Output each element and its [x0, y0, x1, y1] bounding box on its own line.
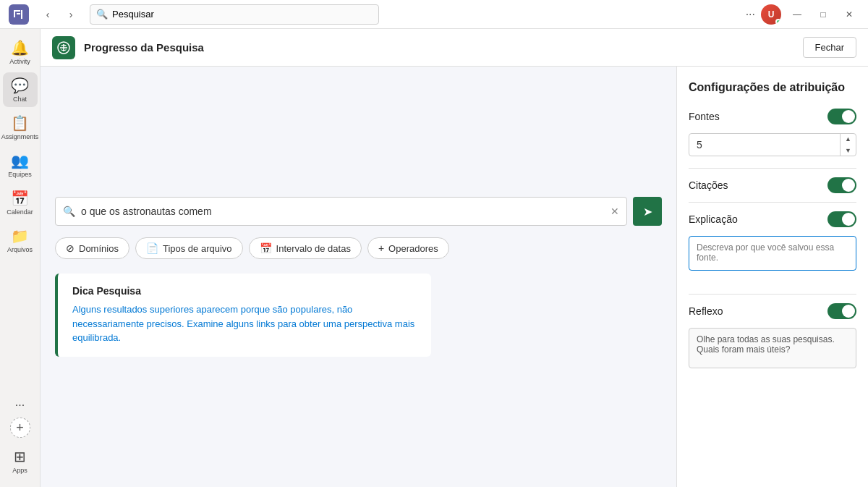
search-icon: 🔍	[96, 9, 108, 20]
titlebar-right: ··· U — □ ✕	[746, 4, 859, 25]
app-logo	[9, 4, 29, 25]
search-area: 🔍 ✕ ➤ ⊘ Domínios 📄 Tipos de arquivo	[41, 67, 676, 487]
sidebar-more-button[interactable]: ···	[15, 399, 25, 412]
sidebar-item-chat[interactable]: 💬 Chat	[3, 72, 38, 107]
status-dot	[775, 19, 781, 25]
search-box[interactable]: 🔍 ✕	[55, 197, 627, 226]
close-button[interactable]: ✕	[839, 4, 859, 25]
chat-icon: 💬	[11, 77, 29, 94]
filter-operadores[interactable]: + Operadores	[367, 237, 449, 259]
search-submit-button[interactable]: ➤	[633, 197, 662, 226]
tip-title: Dica Pesquisa	[72, 285, 417, 297]
filter-dominios[interactable]: ⊘ Domínios	[55, 237, 129, 259]
sources-count-input[interactable]	[689, 139, 840, 151]
avatar[interactable]: U	[761, 4, 781, 25]
titlebar: ‹ › 🔍 ··· U — □ ✕	[0, 0, 868, 29]
explicacao-row: Explicação	[689, 211, 856, 227]
sources-arrows: ▲ ▼	[840, 133, 856, 156]
reflexo-toggle[interactable]	[827, 303, 856, 319]
sidebar: 🔔 Activity 💬 Chat 📋 Assignments 👥 Equipe…	[0, 29, 41, 487]
divider-1	[689, 168, 856, 169]
description-textarea[interactable]	[689, 236, 856, 271]
sidebar-item-activity[interactable]: 🔔 Activity	[3, 35, 38, 69]
teams-icon: 👥	[11, 152, 29, 169]
sidebar-item-apps[interactable]: ⊞ Apps	[3, 444, 38, 478]
reflexo-label: Reflexo	[689, 305, 723, 317]
citacoes-toggle[interactable]	[827, 177, 856, 193]
search-box-icon: 🔍	[63, 206, 75, 217]
tip-card: Dica Pesquisa Alguns resultados superior…	[55, 274, 431, 357]
more-options-button[interactable]: ···	[746, 8, 755, 21]
pesquisa-logo	[52, 36, 75, 59]
panel-title: Configurações de atribuição	[689, 81, 856, 94]
operators-icon: +	[378, 242, 384, 254]
global-search-box[interactable]: 🔍	[90, 4, 379, 25]
sidebar-item-teams[interactable]: 👥 Equipes	[3, 148, 38, 182]
sources-input-wrap: ▲ ▼	[689, 133, 856, 156]
fontes-toggle[interactable]	[827, 109, 856, 124]
explicacao-toggle[interactable]	[827, 211, 856, 227]
filter-row: ⊘ Domínios 📄 Tipos de arquivo 📅 Interval…	[55, 237, 662, 259]
search-wrapper: 🔍 ✕ ➤	[55, 197, 662, 226]
assignments-icon: 📋	[11, 114, 29, 132]
nav-arrows: ‹ ›	[38, 4, 81, 25]
filter-intervalo-datas[interactable]: 📅 Intervalo de datas	[249, 237, 362, 259]
activity-icon: 🔔	[11, 39, 29, 56]
back-button[interactable]: ‹	[38, 4, 58, 25]
content-area: Progresso da Pesquisa Fechar 🔍 ✕ ➤ ⊘	[41, 29, 868, 487]
search-input[interactable]	[81, 206, 610, 217]
divider-3	[689, 294, 856, 295]
maximize-button[interactable]: □	[813, 4, 833, 25]
file-type-icon: 📄	[146, 242, 158, 254]
page-title: Progresso da Pesquisa	[84, 41, 204, 54]
sources-up-button[interactable]: ▲	[841, 133, 856, 145]
topbar: Progresso da Pesquisa Fechar	[41, 29, 868, 67]
global-search-input[interactable]	[112, 9, 373, 20]
reflexo-row: Reflexo	[689, 303, 856, 319]
citacoes-label: Citações	[689, 179, 728, 191]
sidebar-item-files[interactable]: 📁 Arquivos	[3, 223, 38, 258]
close-panel-button[interactable]: Fechar	[803, 37, 856, 58]
citacoes-row: Citações	[689, 177, 856, 193]
divider-2	[689, 202, 856, 203]
fontes-label: Fontes	[689, 111, 720, 122]
files-icon: 📁	[11, 227, 29, 245]
date-range-icon: 📅	[260, 242, 272, 254]
tip-text: Alguns resultados superiores aparecem po…	[72, 302, 417, 345]
sidebar-add-button[interactable]: +	[10, 418, 30, 438]
explicacao-label: Explicação	[689, 213, 738, 225]
dominios-icon: ⊘	[66, 242, 75, 254]
sources-down-button[interactable]: ▼	[841, 145, 856, 156]
main-layout: 🔔 Activity 💬 Chat 📋 Assignments 👥 Equipe…	[0, 29, 868, 487]
apps-icon: ⊞	[14, 448, 26, 465]
filter-tipos-arquivo[interactable]: 📄 Tipos de arquivo	[135, 237, 243, 259]
reflection-textarea[interactable]: Olhe para todas as suas pesquisas. Quais…	[689, 328, 856, 368]
clear-search-button[interactable]: ✕	[610, 206, 619, 217]
fontes-row: Fontes	[689, 109, 856, 124]
right-panel: Configurações de atribuição Fontes ▲ ▼	[676, 67, 868, 487]
sidebar-item-calendar[interactable]: 📅 Calendar	[3, 185, 38, 220]
minimize-button[interactable]: —	[787, 4, 807, 25]
main-split: 🔍 ✕ ➤ ⊘ Domínios 📄 Tipos de arquivo	[41, 67, 868, 487]
forward-button[interactable]: ›	[61, 4, 81, 25]
calendar-icon: 📅	[11, 190, 29, 207]
sidebar-item-assignments[interactable]: 📋 Assignments	[3, 110, 38, 145]
